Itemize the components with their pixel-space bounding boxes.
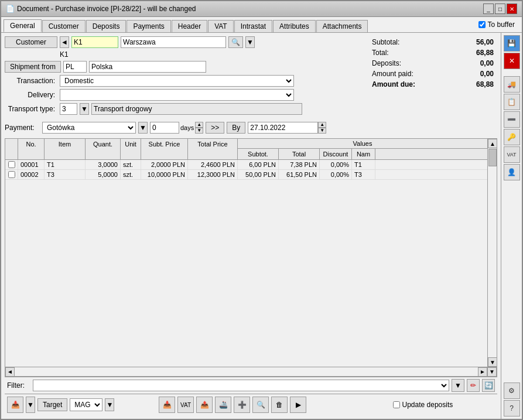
add-button[interactable]: ➕ — [234, 397, 250, 413]
transport-row: Transport type: ▼ — [5, 103, 363, 115]
save-icon: 💾 — [507, 39, 516, 47]
transaction-label: Transaction: — [5, 77, 57, 85]
deposits-label: Deposits: — [370, 59, 442, 68]
vat-bottom-button[interactable]: VAT — [177, 397, 194, 413]
customer-search-button[interactable]: 🔍 — [228, 36, 243, 48]
person-sidebar-button[interactable]: 👤 — [504, 164, 520, 180]
close-button[interactable]: ✕ — [507, 4, 517, 14]
settings-sidebar-button[interactable]: ⚙ — [504, 383, 520, 399]
tab-vat[interactable]: VAT — [208, 20, 234, 32]
help-sidebar-button[interactable]: ? — [504, 400, 520, 416]
filter-dropdown-button[interactable]: ▼ — [452, 379, 464, 392]
tab-attachments[interactable]: Attachments — [316, 20, 368, 32]
date-increment-button[interactable]: ▲ — [318, 122, 326, 128]
more-button[interactable]: ▶ — [290, 397, 306, 413]
import-button[interactable]: 📥 — [7, 397, 23, 413]
vat-sidebar-button[interactable]: VAT — [504, 146, 520, 163]
grid-vertical-scrollbar[interactable]: ▲ ▼ — [487, 139, 497, 367]
table-row[interactable]: 00001 T1 3,0000 szt. 2,0000 PLN 2,4600 P… — [5, 160, 487, 170]
tab-payments[interactable]: Payments — [127, 20, 170, 32]
minus-sidebar-button[interactable]: ➖ — [504, 111, 520, 128]
transaction-select[interactable]: Domestic — [60, 75, 294, 87]
tab-deposits[interactable]: Deposits — [86, 20, 127, 32]
key-sidebar-button[interactable]: 🔑 — [504, 129, 520, 145]
target-select[interactable]: MAG — [70, 398, 102, 411]
send-button[interactable]: 📤 — [196, 397, 213, 413]
delivery-select[interactable] — [60, 89, 294, 101]
import-icon: 📥 — [11, 401, 20, 409]
row1-checkbox-cell[interactable] — [5, 160, 18, 169]
truck-sidebar-button[interactable]: 🚚 — [504, 76, 520, 93]
minus-icon: ➖ — [507, 115, 516, 124]
title-controls: _ □ ✕ — [483, 4, 517, 14]
customer-button[interactable]: Customer — [5, 36, 57, 48]
window-icon: 📄 — [6, 5, 15, 13]
target-button[interactable]: Target — [37, 398, 67, 411]
row2-checkbox[interactable] — [8, 171, 15, 178]
filter-clear-button[interactable]: 🔄 — [482, 379, 495, 392]
shipment-country-code-input[interactable] — [63, 61, 87, 73]
amount-due-label: Amount due: — [370, 80, 442, 89]
scroll-down-button[interactable]: ▼ — [488, 357, 497, 367]
values-sub-headers: Subtot. Total Discount Nam — [238, 149, 487, 159]
shipment-country-name-input[interactable] — [89, 61, 206, 73]
transport-number-input[interactable] — [60, 103, 77, 115]
key-icon: 🔑 — [507, 133, 516, 141]
tab-header[interactable]: Header — [172, 20, 207, 32]
payment-type-select[interactable]: Gotówka — [42, 122, 136, 134]
payment-days-container: days ▲ ▼ — [150, 122, 203, 134]
tab-intrastat[interactable]: Intrastat — [234, 20, 272, 32]
payment-days-input[interactable] — [150, 122, 179, 134]
row2-checkbox-cell[interactable] — [5, 170, 18, 179]
save-sidebar-button[interactable]: 💾 — [504, 35, 520, 52]
import-dropdown-button[interactable]: ▼ — [26, 397, 35, 413]
form-area: Customer ◄ 🔍 ▼ K1 Shipment from — [5, 36, 497, 117]
grid-no-header: No. — [18, 139, 45, 159]
customer-city-input[interactable] — [121, 36, 226, 48]
trash-button[interactable]: 🗑 — [271, 397, 288, 413]
days-increment-button[interactable]: ▲ — [195, 122, 203, 128]
scroll-up-button[interactable]: ▲ — [488, 139, 497, 148]
customer-expand-button[interactable]: ▼ — [245, 36, 255, 48]
payment-dropdown-button[interactable]: ▼ — [138, 122, 148, 134]
customer-code-input[interactable] — [71, 36, 118, 48]
payment-date-input[interactable] — [248, 122, 318, 134]
copy-sidebar-button[interactable]: 📋 — [504, 94, 520, 110]
scroll-thumb[interactable] — [488, 149, 497, 166]
row1-checkbox[interactable] — [8, 161, 15, 168]
minimize-button[interactable]: _ — [483, 4, 494, 14]
update-deposits-checkbox[interactable] — [393, 401, 400, 408]
grid-body[interactable]: 00001 T1 3,0000 szt. 2,0000 PLN 2,4600 P… — [5, 160, 487, 367]
payment-by-button[interactable]: By — [227, 122, 245, 134]
tab-general[interactable]: General — [4, 19, 42, 32]
ship-button[interactable]: 🚢 — [215, 397, 231, 413]
nam-header: Nam — [352, 149, 375, 159]
discount-header: Discount — [320, 149, 352, 159]
search2-button[interactable]: 🔍 — [252, 397, 269, 413]
search2-icon: 🔍 — [257, 401, 265, 409]
scroll-left-button[interactable]: ◄ — [5, 367, 15, 377]
days-decrement-button[interactable]: ▼ — [195, 128, 203, 134]
tab-customer[interactable]: Customer — [42, 20, 86, 32]
filter-edit-button[interactable]: ✏ — [467, 379, 480, 392]
grid-horizontal-scrollbar[interactable]: ◄ ► ▼ — [5, 367, 497, 376]
customer-arrow-button[interactable]: ◄ — [60, 36, 69, 48]
import2-button[interactable]: 📥 — [159, 397, 175, 413]
shipment-from-button[interactable]: Shipment from — [5, 61, 61, 73]
grid-section: No. Item Quant. Unit Subt. Price Total P… — [5, 138, 497, 377]
main-area: Customer ◄ 🔍 ▼ K1 Shipment from — [1, 33, 501, 419]
payment-forward-button[interactable]: >> — [206, 122, 224, 134]
subtotal-label: Subtotal: — [370, 37, 442, 47]
delete-sidebar-button[interactable]: ✕ — [504, 53, 520, 69]
table-row[interactable]: 00002 T3 5,0000 szt. 10,0000 PLN 12,3000… — [5, 170, 487, 180]
tab-attributes[interactable]: Attributes — [273, 20, 316, 32]
scroll-track[interactable] — [488, 148, 497, 357]
to-buffer-checkbox[interactable] — [478, 21, 486, 28]
transport-dropdown-button[interactable]: ▼ — [80, 103, 89, 115]
target-dropdown-button[interactable]: ▼ — [105, 398, 114, 411]
filter-input[interactable] — [33, 380, 449, 391]
scroll-down2-button[interactable]: ▼ — [487, 367, 497, 377]
scroll-right-button[interactable]: ► — [478, 367, 487, 377]
maximize-button[interactable]: □ — [495, 4, 505, 14]
date-decrement-button[interactable]: ▼ — [318, 128, 326, 134]
